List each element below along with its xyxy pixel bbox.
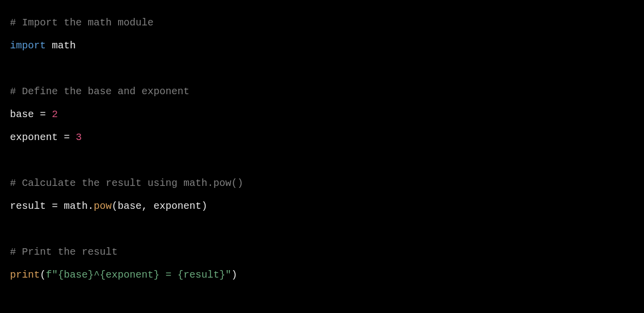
code-line [10,221,634,237]
code-token: math [46,40,76,51]
code-token: 2 [52,109,58,120]
code-token: exponent = [10,132,76,143]
code-block: # Import the math moduleimport math # De… [10,15,634,283]
code-line: print(f"{base}^{exponent} = {result}") [10,267,634,283]
code-line: # Define the base and exponent [10,84,634,100]
code-line: base = 2 [10,107,634,123]
code-token: base = [10,109,52,120]
code-token: result = math. [10,200,94,212]
code-line: # Import the math module [10,15,634,31]
code-token: print [10,269,40,281]
code-line: # Calculate the result using math.pow() [10,175,634,191]
code-line [10,61,634,77]
code-token: ( [40,269,46,281]
code-line: result = math.pow(base, exponent) [10,198,634,214]
code-token: import [10,40,46,51]
code-token: # Define the base and exponent [10,86,189,97]
code-token: # Calculate the result using math.pow() [10,177,243,189]
code-line: import math [10,38,634,54]
code-token: (base, exponent) [112,200,207,212]
code-token: # Print the result [10,246,118,258]
code-token: # Import the math module [10,17,154,28]
code-token: pow [94,200,112,212]
code-token: 3 [76,132,82,143]
code-line: # Print the result [10,244,634,260]
code-line: exponent = 3 [10,130,634,146]
code-line [10,153,634,168]
code-token: ) [231,269,237,281]
code-token: f"{base}^{exponent} = {result}" [46,269,231,281]
